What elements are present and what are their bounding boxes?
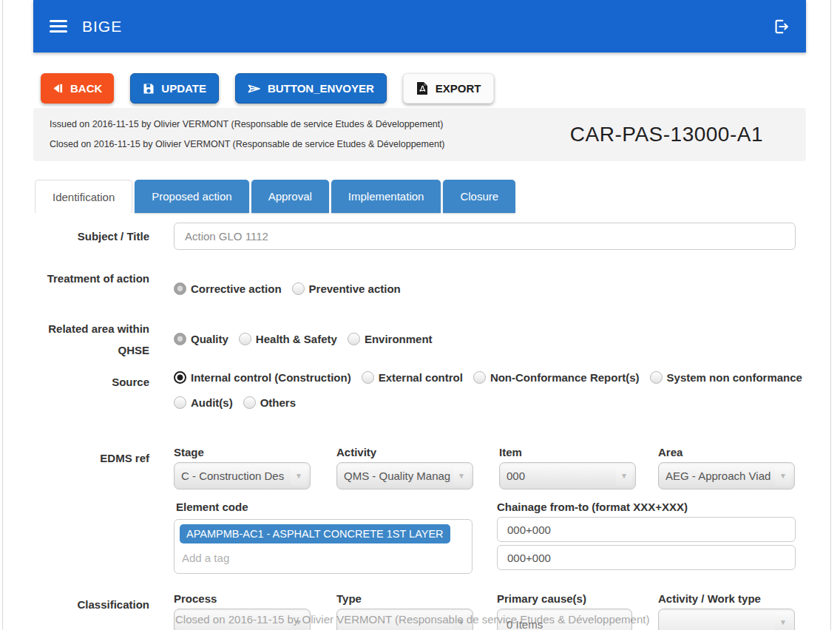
radio-internal-control[interactable]: Internal control (Construction) <box>174 371 351 384</box>
edms-item-field: Item 000 ▼ <box>499 446 636 490</box>
treatment-radio-group: Corrective action Preventive action <box>174 266 796 311</box>
chevron-down-icon: ▼ <box>291 612 307 630</box>
back-button-label: BACK <box>70 82 102 95</box>
radio-unselected-icon[interactable] <box>174 396 186 409</box>
element-code-tagbox[interactable]: APAMPMB-AC1 - ASPHALT CONCRETE 1ST LAYER <box>174 519 472 574</box>
type-select[interactable]: ▼ <box>336 609 473 630</box>
classification-row: Classification Process ▼ Type ▼ <box>33 592 806 630</box>
app-header: BIGE <box>33 0 806 52</box>
tab-implementation[interactable]: Implementation <box>331 180 441 213</box>
type-label: Type <box>336 592 473 605</box>
record-reference: CAR-PAS-13000-A1 <box>570 123 763 146</box>
toolbar: BACK UPDATE BUTTON_ENVOYER EXPORT <box>33 73 806 104</box>
radio-unselected-icon[interactable] <box>292 282 305 295</box>
treatment-row: Treatment of action Corrective action Pr… <box>33 266 806 311</box>
export-button[interactable]: EXPORT <box>403 73 494 104</box>
radio-external-control[interactable]: External control <box>362 371 463 384</box>
back-button[interactable]: BACK <box>41 73 114 104</box>
app-title: BIGE <box>82 18 122 35</box>
source-radio-line-1: Internal control (Construction) External… <box>174 370 796 385</box>
tab-identification[interactable]: Identification <box>35 180 132 213</box>
radio-environment[interactable]: Environment <box>348 333 433 345</box>
activity-label: Activity <box>336 446 473 458</box>
hamburger-menu-icon[interactable] <box>50 20 67 33</box>
radio-unselected-icon[interactable] <box>239 333 251 345</box>
spacer-label <box>33 501 149 572</box>
edms-activity-field: Activity QMS - Quality Manag ▼ <box>336 446 473 490</box>
element-chainage-columns: Element code APAMPMB-AC1 - ASPHALT CONCR… <box>174 501 796 572</box>
source-radio-line-2: Audit(s) Others <box>174 395 796 410</box>
edms-area-field: Area AEG - Approach Viad ▼ <box>658 446 795 490</box>
primary-causes-multiselect[interactable]: 0 Items ... <box>497 609 632 630</box>
source-radio-group: Internal control (Construction) External… <box>174 370 796 410</box>
radio-unselected-icon[interactable] <box>362 371 374 384</box>
radio-selected-icon[interactable] <box>174 333 186 345</box>
element-code-label: Element code <box>176 501 248 513</box>
source-label: Source <box>33 370 149 410</box>
back-icon <box>52 83 64 94</box>
edms-columns: Stage C - Construction Des ▼ Activity QM… <box>174 446 796 490</box>
process-label: Process <box>174 592 311 605</box>
pdf-file-icon <box>416 81 429 95</box>
related-area-radio-group: Quality Health & Safety Environment <box>174 316 796 361</box>
subject-input[interactable] <box>174 223 796 250</box>
radio-unselected-icon[interactable] <box>243 396 256 409</box>
chainage-field: Chainage from-to (format XXX+XXX) <box>497 501 796 570</box>
classification-label: Classification <box>33 592 149 630</box>
chainage-from-input[interactable] <box>497 517 796 542</box>
chainage-to-input[interactable] <box>497 545 796 570</box>
activity-select[interactable]: QMS - Quality Manag ▼ <box>336 462 473 490</box>
chevron-down-icon: ▼ <box>453 466 470 486</box>
activity-work-type-label: Activity / Work type <box>658 592 795 605</box>
stage-label: Stage <box>174 446 311 458</box>
window-edge-right <box>830 0 831 630</box>
radio-unselected-icon[interactable] <box>348 333 360 345</box>
chevron-down-icon: ▼ <box>775 612 791 630</box>
tab-approval[interactable]: Approval <box>251 180 329 213</box>
subject-row: Subject / Title <box>33 223 806 250</box>
area-label: Area <box>658 446 795 458</box>
chevron-down-icon: ▼ <box>775 466 791 486</box>
edms-stage-field: Stage C - Construction Des ▼ <box>174 446 311 490</box>
radio-unselected-icon[interactable] <box>650 371 663 384</box>
process-select[interactable]: ▼ <box>174 609 311 630</box>
related-area-label: Related area within QHSE <box>33 316 149 361</box>
radio-others[interactable]: Others <box>243 396 296 409</box>
item-select[interactable]: 000 ▼ <box>499 462 636 490</box>
radio-health-safety[interactable]: Health & Safety <box>239 333 337 345</box>
radio-selected-icon[interactable] <box>174 282 186 295</box>
activity-work-type-field: Activity / Work type ▼ <box>658 592 795 630</box>
stage-select[interactable]: C - Construction Des ▼ <box>174 462 311 490</box>
type-field: Type ▼ <box>336 592 473 630</box>
chevron-down-icon: ▼ <box>453 612 470 630</box>
radio-audits[interactable]: Audit(s) <box>174 396 233 409</box>
chevron-down-icon: ▼ <box>616 466 632 486</box>
edms-row: EDMS ref Stage C - Construction Des ▼ Ac… <box>33 446 806 490</box>
record-info-panel: Issued on 2016-11-15 by Olivier VERMONT … <box>33 108 806 161</box>
radio-selected-icon[interactable] <box>174 371 186 384</box>
logout-icon[interactable] <box>770 17 790 36</box>
classification-columns: Process ▼ Type ▼ Primary cause(s) <box>174 592 796 630</box>
radio-system-non-conformance[interactable]: System non conformance <box>650 371 802 384</box>
add-tag-input[interactable] <box>180 552 453 564</box>
chevron-down-icon: ▼ <box>291 466 307 486</box>
activity-work-type-select[interactable]: ▼ <box>658 609 795 630</box>
export-button-label: EXPORT <box>436 82 481 95</box>
element-code-tag[interactable]: APAMPMB-AC1 - ASPHALT CONCRETE 1ST LAYER <box>180 524 450 543</box>
radio-quality[interactable]: Quality <box>174 333 228 345</box>
area-select[interactable]: AEG - Approach Viad ▼ <box>658 462 795 490</box>
radio-corrective-action[interactable]: Corrective action <box>174 282 282 295</box>
window-edge-left <box>2 0 3 630</box>
tab-proposed-action[interactable]: Proposed action <box>135 180 248 213</box>
tab-bar: Identification Proposed action Approval … <box>33 180 806 213</box>
radio-preventive-action[interactable]: Preventive action <box>292 282 401 295</box>
radio-unselected-icon[interactable] <box>473 371 486 384</box>
envoyer-button[interactable]: BUTTON_ENVOYER <box>235 73 387 104</box>
update-button[interactable]: UPDATE <box>130 73 219 104</box>
primary-causes-count: 0 Items <box>507 618 543 630</box>
radio-non-conformance-report[interactable]: Non-Conformance Report(s) <box>473 371 640 384</box>
tab-closure[interactable]: Closure <box>443 180 515 213</box>
related-area-row: Related area within QHSE Quality Health … <box>33 316 806 361</box>
treatment-label: Treatment of action <box>33 266 149 311</box>
update-button-label: UPDATE <box>161 82 206 95</box>
